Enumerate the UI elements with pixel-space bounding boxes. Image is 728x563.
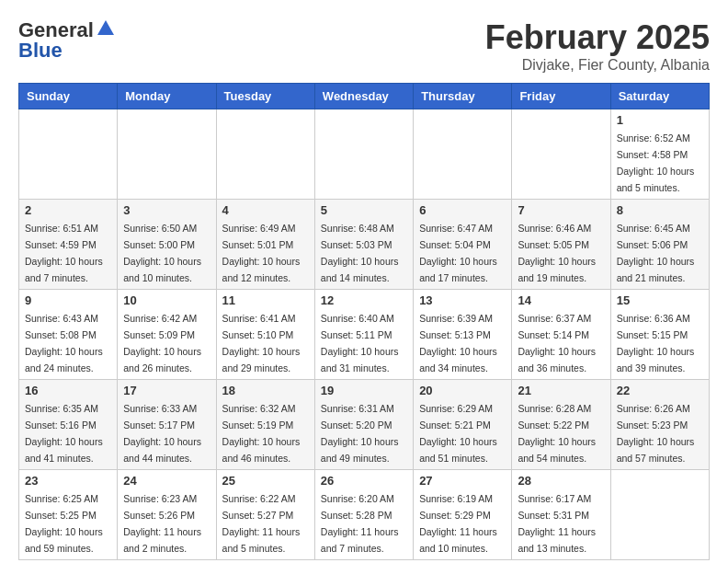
day-number: 14	[518, 293, 604, 307]
day-info: Sunrise: 6:19 AM Sunset: 5:29 PM Dayligh…	[419, 493, 497, 554]
location-title: Divjake, Fier County, Albania	[485, 57, 710, 74]
day-number: 20	[419, 384, 506, 397]
weekday-header-sunday: Sunday	[19, 84, 118, 109]
day-info: Sunrise: 6:31 AM Sunset: 5:20 PM Dayligh…	[321, 403, 399, 464]
day-number: 9	[25, 293, 111, 307]
day-info: Sunrise: 6:29 AM Sunset: 5:21 PM Dayligh…	[419, 403, 497, 464]
day-number: 22	[617, 384, 703, 397]
day-info: Sunrise: 6:26 AM Sunset: 5:23 PM Dayligh…	[617, 403, 695, 464]
calendar: SundayMondayTuesdayWednesdayThursdayFrid…	[18, 83, 710, 560]
day-cell: 18Sunrise: 6:32 AM Sunset: 5:19 PM Dayli…	[216, 380, 314, 470]
day-cell: 11Sunrise: 6:41 AM Sunset: 5:10 PM Dayli…	[216, 290, 314, 380]
day-number: 13	[419, 293, 506, 307]
day-number: 8	[617, 203, 703, 217]
day-number: 18	[222, 384, 309, 397]
day-info: Sunrise: 6:22 AM Sunset: 5:27 PM Dayligh…	[222, 493, 301, 554]
day-info: Sunrise: 6:37 AM Sunset: 5:14 PM Dayligh…	[518, 313, 596, 373]
day-cell: 9Sunrise: 6:43 AM Sunset: 5:08 PM Daylig…	[19, 290, 118, 380]
day-cell: 15Sunrise: 6:36 AM Sunset: 5:15 PM Dayli…	[610, 290, 709, 380]
day-info: Sunrise: 6:40 AM Sunset: 5:11 PM Dayligh…	[321, 313, 399, 373]
day-number: 3	[123, 203, 210, 217]
day-info: Sunrise: 6:25 AM Sunset: 5:25 PM Dayligh…	[25, 493, 103, 554]
day-cell: 12Sunrise: 6:40 AM Sunset: 5:11 PM Dayli…	[314, 290, 413, 380]
day-number: 26	[321, 474, 407, 488]
day-cell	[216, 109, 314, 200]
day-info: Sunrise: 6:51 AM Sunset: 4:59 PM Dayligh…	[25, 223, 103, 283]
day-info: Sunrise: 6:48 AM Sunset: 5:03 PM Dayligh…	[321, 223, 399, 283]
day-cell: 22Sunrise: 6:26 AM Sunset: 5:23 PM Dayli…	[610, 380, 709, 470]
weekday-header-monday: Monday	[118, 84, 216, 109]
day-number: 4	[222, 203, 309, 217]
day-info: Sunrise: 6:32 AM Sunset: 5:19 PM Dayligh…	[222, 403, 301, 464]
day-cell: 28Sunrise: 6:17 AM Sunset: 5:31 PM Dayli…	[512, 470, 610, 560]
day-cell: 7Sunrise: 6:46 AM Sunset: 5:05 PM Daylig…	[512, 200, 610, 290]
weekday-header-friday: Friday	[512, 84, 610, 109]
day-cell: 23Sunrise: 6:25 AM Sunset: 5:25 PM Dayli…	[19, 470, 118, 560]
day-cell: 13Sunrise: 6:39 AM Sunset: 5:13 PM Dayli…	[414, 290, 512, 380]
day-number: 2	[25, 203, 111, 217]
day-cell: 1Sunrise: 6:52 AM Sunset: 4:58 PM Daylig…	[610, 109, 709, 200]
day-cell: 2Sunrise: 6:51 AM Sunset: 4:59 PM Daylig…	[19, 200, 118, 290]
day-number: 10	[123, 293, 210, 307]
day-cell: 25Sunrise: 6:22 AM Sunset: 5:27 PM Dayli…	[216, 470, 314, 560]
day-cell	[414, 109, 512, 200]
day-number: 15	[617, 293, 703, 307]
week-row-2: 2Sunrise: 6:51 AM Sunset: 4:59 PM Daylig…	[19, 200, 710, 290]
day-info: Sunrise: 6:41 AM Sunset: 5:10 PM Dayligh…	[222, 313, 301, 373]
day-cell: 10Sunrise: 6:42 AM Sunset: 5:09 PM Dayli…	[118, 290, 216, 380]
day-cell: 3Sunrise: 6:50 AM Sunset: 5:00 PM Daylig…	[118, 200, 216, 290]
day-info: Sunrise: 6:43 AM Sunset: 5:08 PM Dayligh…	[25, 313, 103, 373]
day-info: Sunrise: 6:35 AM Sunset: 5:16 PM Dayligh…	[25, 403, 103, 464]
day-info: Sunrise: 6:23 AM Sunset: 5:26 PM Dayligh…	[123, 493, 201, 554]
day-number: 23	[25, 474, 111, 488]
day-cell	[512, 109, 610, 200]
week-row-1: 1Sunrise: 6:52 AM Sunset: 4:58 PM Daylig…	[19, 109, 710, 200]
day-number: 7	[518, 203, 604, 217]
day-number: 25	[222, 474, 309, 488]
day-cell	[314, 109, 413, 200]
day-cell: 26Sunrise: 6:20 AM Sunset: 5:28 PM Dayli…	[314, 470, 413, 560]
weekday-header-thursday: Thursday	[414, 84, 512, 109]
day-number: 21	[518, 384, 604, 397]
day-cell	[118, 109, 216, 200]
day-number: 6	[419, 203, 506, 217]
weekday-header-saturday: Saturday	[610, 84, 709, 109]
day-cell: 6Sunrise: 6:47 AM Sunset: 5:04 PM Daylig…	[414, 200, 512, 290]
day-number: 11	[222, 293, 309, 307]
day-cell	[610, 470, 709, 560]
weekday-header-row: SundayMondayTuesdayWednesdayThursdayFrid…	[19, 84, 710, 109]
day-info: Sunrise: 6:52 AM Sunset: 4:58 PM Dayligh…	[617, 132, 695, 193]
day-number: 12	[321, 293, 407, 307]
title-area: February 2025 Divjake, Fier County, Alba…	[485, 18, 710, 74]
day-info: Sunrise: 6:39 AM Sunset: 5:13 PM Dayligh…	[419, 313, 497, 373]
day-cell: 24Sunrise: 6:23 AM Sunset: 5:26 PM Dayli…	[118, 470, 216, 560]
week-row-4: 16Sunrise: 6:35 AM Sunset: 5:16 PM Dayli…	[19, 380, 710, 470]
day-cell	[19, 109, 118, 200]
weekday-header-wednesday: Wednesday	[314, 84, 413, 109]
week-row-3: 9Sunrise: 6:43 AM Sunset: 5:08 PM Daylig…	[19, 290, 710, 380]
weekday-header-tuesday: Tuesday	[216, 84, 314, 109]
logo-icon	[96, 18, 116, 39]
day-cell: 14Sunrise: 6:37 AM Sunset: 5:14 PM Dayli…	[512, 290, 610, 380]
day-number: 17	[123, 384, 210, 397]
logo: General Blue	[18, 18, 116, 63]
day-number: 28	[518, 474, 604, 488]
day-cell: 27Sunrise: 6:19 AM Sunset: 5:29 PM Dayli…	[414, 470, 512, 560]
day-info: Sunrise: 6:17 AM Sunset: 5:31 PM Dayligh…	[518, 493, 596, 554]
day-info: Sunrise: 6:28 AM Sunset: 5:22 PM Dayligh…	[518, 403, 596, 464]
day-info: Sunrise: 6:45 AM Sunset: 5:06 PM Dayligh…	[617, 223, 695, 283]
day-info: Sunrise: 6:20 AM Sunset: 5:28 PM Dayligh…	[321, 493, 399, 554]
day-info: Sunrise: 6:47 AM Sunset: 5:04 PM Dayligh…	[419, 223, 497, 283]
day-number: 24	[123, 474, 210, 488]
day-number: 27	[419, 474, 506, 488]
day-info: Sunrise: 6:42 AM Sunset: 5:09 PM Dayligh…	[123, 313, 201, 373]
header: General Blue February 2025 Divjake, Fier…	[18, 18, 710, 74]
logo-blue-text: Blue	[18, 39, 63, 63]
day-info: Sunrise: 6:50 AM Sunset: 5:00 PM Dayligh…	[123, 223, 201, 283]
day-info: Sunrise: 6:36 AM Sunset: 5:15 PM Dayligh…	[617, 313, 695, 373]
day-cell: 21Sunrise: 6:28 AM Sunset: 5:22 PM Dayli…	[512, 380, 610, 470]
day-cell: 8Sunrise: 6:45 AM Sunset: 5:06 PM Daylig…	[610, 200, 709, 290]
week-row-5: 23Sunrise: 6:25 AM Sunset: 5:25 PM Dayli…	[19, 470, 710, 560]
day-number: 16	[25, 384, 111, 397]
day-cell: 16Sunrise: 6:35 AM Sunset: 5:16 PM Dayli…	[19, 380, 118, 470]
